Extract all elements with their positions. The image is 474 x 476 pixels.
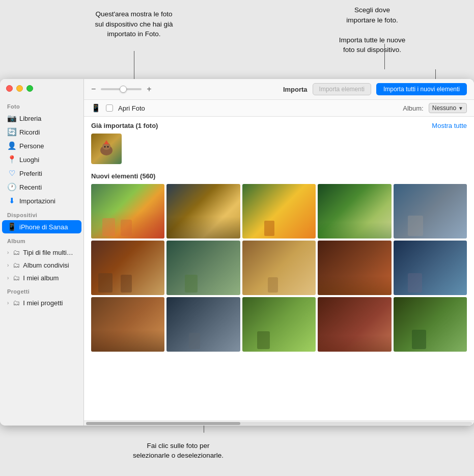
already-imported-thumbs [91, 134, 467, 164]
clock-icon: 🕐 [7, 182, 16, 192]
photo-cell[interactable] [91, 184, 164, 239]
sidebar-item-libreria[interactable]: 📷 Libreria [2, 112, 81, 125]
scrollbar-track[interactable] [86, 422, 472, 425]
new-items-section: Nuovi elementi (560) [91, 172, 467, 352]
sidebar-item-ricordi[interactable]: 🔄 Ricordi [2, 125, 81, 139]
import-area: Già importata (1 foto) Mostra tutte [84, 117, 474, 420]
photo-cell[interactable] [166, 297, 240, 352]
import-elements-button[interactable]: Importa elementi [313, 83, 371, 95]
svg-marker-2 [104, 140, 109, 144]
sidebar-section-album: Album [0, 234, 83, 246]
photo-cell[interactable] [394, 297, 467, 352]
main-window: Foto 📷 Libreria 🔄 Ricordi 👤 Persone 📍 Lu… [0, 79, 474, 426]
open-photos-checkbox[interactable] [106, 104, 113, 112]
sidebar: Foto 📷 Libreria 🔄 Ricordi 👤 Persone 📍 Lu… [0, 79, 84, 426]
photo-cell[interactable] [242, 297, 316, 352]
zoom-thumb [120, 86, 127, 93]
album-label: Album: [403, 104, 423, 112]
heart-icon: ♡ [7, 169, 16, 178]
minimize-button[interactable] [16, 85, 23, 92]
chevron-right-icon4: › [7, 300, 9, 306]
person-icon: 👤 [7, 141, 16, 150]
zoom-slider[interactable] [101, 88, 142, 90]
photo-cell[interactable] [166, 184, 240, 239]
photo-cell[interactable] [318, 297, 391, 352]
sidebar-item-persone[interactable]: 👤 Persone [2, 139, 81, 152]
folder-icon: 🗂 [13, 248, 20, 256]
album-dropdown[interactable]: Nessuno ▼ [429, 103, 467, 113]
new-items-title: Nuovi elementi (560) [91, 172, 155, 180]
callout-top-right: Scegli doveimportare le foto.Importa tut… [316, 5, 428, 55]
sidebar-group-album-condivisi[interactable]: › 🗂 Album condivisi [2, 259, 81, 271]
ricordi-icon: 🔄 [7, 127, 16, 137]
sidebar-item-preferiti[interactable]: ♡ Preferiti [2, 167, 81, 180]
album-value: Nessuno [432, 104, 456, 112]
chevron-right-icon: › [7, 250, 9, 255]
scrollbar-area [84, 420, 474, 426]
chevron-right-icon2: › [7, 262, 9, 268]
photo-cell[interactable] [318, 184, 391, 239]
photo-cell[interactable] [318, 241, 391, 295]
chevron-right-icon3: › [7, 275, 9, 281]
sidebar-group-tipi-file[interactable]: › 🗂 Tipi di file multi… [2, 246, 81, 258]
photo-cell[interactable] [394, 241, 467, 295]
svg-point-3 [104, 146, 106, 148]
already-imported-thumb[interactable] [91, 134, 122, 164]
new-items-header: Nuovi elementi (560) [91, 172, 467, 180]
camera-icon: 📷 [7, 114, 16, 123]
import-icon: ⬇ [7, 196, 16, 205]
photo-cell[interactable] [91, 241, 164, 295]
location-icon: 📍 [7, 155, 16, 164]
open-photos-label: Apri Foto [118, 104, 398, 112]
sidebar-item-luoghi[interactable]: 📍 Luoghi [2, 153, 81, 166]
phone-small-icon: 📱 [91, 103, 101, 113]
iphone-icon: 📱 [7, 222, 16, 231]
close-button[interactable] [6, 85, 13, 92]
sidebar-item-iphone[interactable]: 📱 iPhone di Sanaa [2, 220, 81, 233]
callout-top-left: Quest'area mostra le fotosul dispositivo… [75, 9, 192, 39]
svg-point-4 [107, 146, 109, 148]
zoom-out-button[interactable]: − [91, 85, 96, 94]
show-all-link[interactable]: Mostra tutte [432, 122, 467, 129]
sidebar-section-dispositivi: Dispositivi [0, 208, 83, 220]
import-label: Importa [283, 86, 308, 93]
callout-bottom: Fai clic sulle foto perselezionarle o de… [102, 441, 255, 461]
main-content-area: − + Importa Importa elementi Importa tut… [84, 79, 474, 426]
photo-grid [91, 184, 467, 352]
already-imported-header: Già importata (1 foto) Mostra tutte [91, 122, 467, 129]
folder-icon4: 🗂 [13, 299, 20, 307]
import-all-button[interactable]: Importa tutti i nuovi elementi [376, 83, 467, 95]
sidebar-section-progetti: Progetti [0, 284, 83, 296]
photo-cell[interactable] [242, 184, 316, 239]
sidebar-item-importazioni[interactable]: ⬇ Importazioni [2, 194, 81, 207]
sidebar-section-foto: Foto [0, 99, 83, 111]
open-photos-bar: 📱 Apri Foto Album: Nessuno ▼ [84, 100, 474, 117]
photo-cell[interactable] [91, 297, 164, 352]
callout-line-left [134, 51, 134, 80]
dropdown-chevron-icon: ▼ [458, 105, 463, 111]
sidebar-group-miei-progetti[interactable]: › 🗂 I miei progetti [2, 297, 81, 309]
thumb-image [94, 136, 119, 162]
photo-cell[interactable] [166, 241, 240, 295]
zoom-in-button[interactable]: + [147, 85, 151, 94]
photo-cell[interactable] [394, 184, 467, 239]
already-imported-title: Già importata (1 foto) [91, 122, 158, 129]
sidebar-item-recenti[interactable]: 🕐 Recenti [2, 180, 81, 194]
callout-line-right1 [384, 44, 385, 69]
toolbar: − + Importa Importa elementi Importa tut… [84, 79, 474, 100]
sidebar-group-miei-album[interactable]: › 🗂 I miei album [2, 272, 81, 284]
folder-icon2: 🗂 [13, 261, 20, 269]
fullscreen-button[interactable] [26, 85, 33, 92]
photo-cell[interactable] [242, 241, 316, 295]
scrollbar-thumb[interactable] [86, 422, 240, 425]
traffic-lights [6, 85, 33, 92]
folder-icon3: 🗂 [13, 274, 20, 282]
